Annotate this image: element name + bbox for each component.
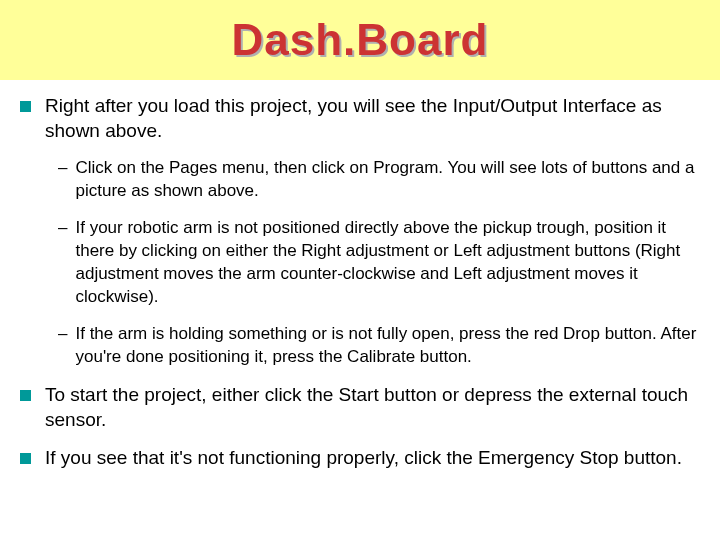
bullet-text: If your robotic arm is not positioned di… — [75, 217, 700, 309]
list-item: Right after you load this project, you w… — [20, 94, 700, 143]
dash-bullet-icon: – — [58, 157, 67, 180]
square-bullet-icon — [20, 390, 31, 401]
sub-list: – Click on the Pages menu, then click on… — [58, 157, 700, 369]
dash-bullet-icon: – — [58, 217, 67, 240]
bullet-text: To start the project, either click the S… — [45, 383, 700, 432]
square-bullet-icon — [20, 453, 31, 464]
bullet-text: If you see that it's not functioning pro… — [45, 446, 682, 471]
bullet-text: If the arm is holding something or is no… — [75, 323, 700, 369]
list-item: If you see that it's not functioning pro… — [20, 446, 700, 471]
list-item: To start the project, either click the S… — [20, 383, 700, 432]
slide-content: Right after you load this project, you w… — [0, 80, 720, 495]
square-bullet-icon — [20, 101, 31, 112]
list-item: – Click on the Pages menu, then click on… — [58, 157, 700, 203]
title-bar: Dash.Board — [0, 0, 720, 80]
dash-bullet-icon: – — [58, 323, 67, 346]
list-item: – If your robotic arm is not positioned … — [58, 217, 700, 309]
list-item: – If the arm is holding something or is … — [58, 323, 700, 369]
bullet-text: Right after you load this project, you w… — [45, 94, 700, 143]
bullet-text: Click on the Pages menu, then click on P… — [75, 157, 700, 203]
slide-title: Dash.Board — [232, 15, 489, 65]
